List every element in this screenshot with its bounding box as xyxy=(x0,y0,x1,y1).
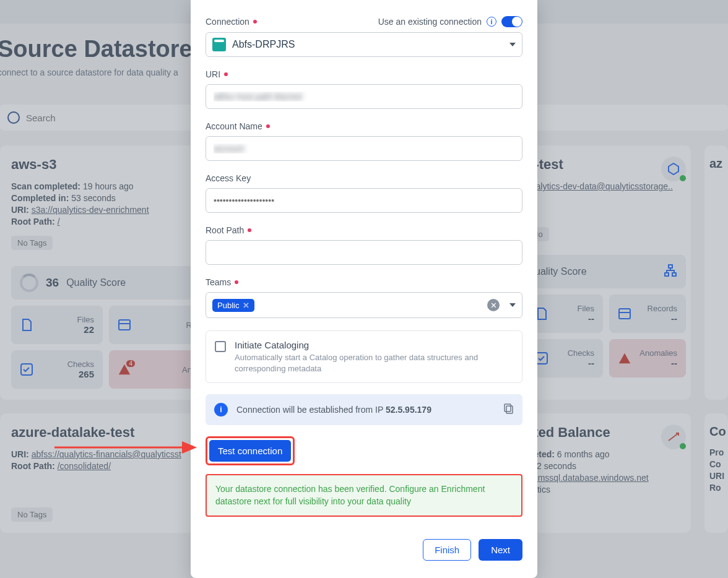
catalog-title: Initiate Cataloging xyxy=(235,340,513,350)
connection-select[interactable]: Abfs-DRPJRS xyxy=(206,32,522,57)
ip-banner: i Connection will be established from IP… xyxy=(206,394,522,425)
svg-rect-12 xyxy=(506,406,513,413)
access-key-label: Access Key xyxy=(206,173,522,183)
svg-rect-13 xyxy=(505,404,511,412)
team-chip[interactable]: Public✕ xyxy=(212,299,254,312)
uri-label: URI xyxy=(206,69,522,79)
ip-value: 52.5.95.179 xyxy=(386,405,431,415)
uri-input[interactable] xyxy=(206,84,522,109)
info-icon[interactable]: i xyxy=(487,17,496,27)
test-connection-button[interactable]: Test connection xyxy=(209,440,291,462)
existing-connection-toggle[interactable] xyxy=(501,16,522,27)
teams-label: Teams xyxy=(206,277,522,287)
catalog-description: Automatically start a Catalog operation … xyxy=(235,352,513,374)
next-button[interactable]: Next xyxy=(479,539,522,561)
finish-button[interactable]: Finish xyxy=(423,539,471,561)
existing-connection-label: Use an existing connection xyxy=(378,17,482,27)
required-icon xyxy=(248,228,251,232)
required-icon xyxy=(253,20,257,24)
access-key-input[interactable] xyxy=(206,188,522,213)
account-name-input[interactable] xyxy=(206,136,522,161)
svg-marker-11 xyxy=(182,441,197,454)
add-datastore-dialog: Connection Use an existing connection i … xyxy=(191,0,537,578)
clear-teams-icon[interactable]: ✕ xyxy=(487,299,500,311)
test-connection-highlight: Test connection xyxy=(206,436,295,465)
required-icon xyxy=(224,72,228,76)
copy-icon[interactable] xyxy=(504,403,514,416)
success-message: Your datastore connection has been verif… xyxy=(206,474,522,517)
chevron-down-icon xyxy=(509,43,516,46)
initiate-cataloging-option[interactable]: Initiate Cataloging Automatically start … xyxy=(206,330,522,383)
database-icon xyxy=(212,38,226,51)
annotation-arrow-icon xyxy=(54,438,197,457)
modal-overlay: Connection Use an existing connection i … xyxy=(0,0,728,578)
connection-label: Connection xyxy=(206,17,257,27)
info-icon: i xyxy=(214,403,228,416)
account-name-label: Account Name xyxy=(206,121,522,131)
required-icon xyxy=(266,124,270,128)
required-icon xyxy=(235,280,238,284)
chevron-down-icon xyxy=(509,303,516,307)
catalog-checkbox[interactable] xyxy=(215,341,226,352)
remove-chip-icon[interactable]: ✕ xyxy=(243,301,249,310)
root-path-input[interactable] xyxy=(206,240,522,265)
root-path-label: Root Path xyxy=(206,225,522,235)
teams-select[interactable]: Public✕ ✕ xyxy=(206,292,522,318)
